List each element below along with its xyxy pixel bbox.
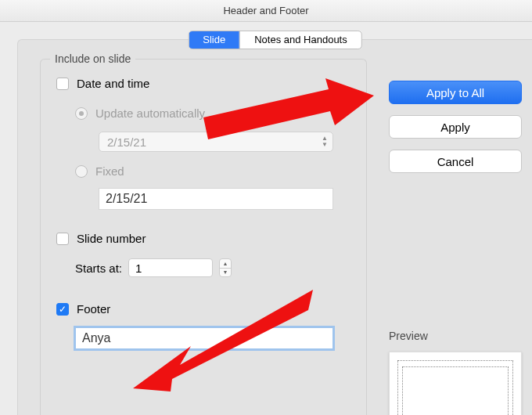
apply-to-all-button[interactable]: Apply to All: [389, 81, 522, 104]
date-format-select[interactable]: 2/15/21 ▲▼: [99, 132, 333, 152]
stepper-up-icon: ▲: [220, 259, 231, 268]
include-on-slide-label: Include on slide: [50, 52, 135, 65]
fixed-radio[interactable]: [75, 165, 88, 178]
right-column: Apply to All Apply Cancel Preview: [389, 81, 522, 415]
chevron-updown-icon: ▲▼: [322, 135, 328, 148]
apply-button[interactable]: Apply: [389, 115, 522, 139]
fixed-label: Fixed: [95, 164, 124, 178]
footer-checkbox[interactable]: [56, 303, 69, 316]
tab-switcher: Slide Notes and Handouts: [188, 31, 361, 49]
fixed-date-input[interactable]: 2/15/21: [99, 188, 333, 210]
include-on-slide-group: Include on slide Date and time Update au…: [40, 59, 367, 415]
dialog-body: Slide Notes and Handouts Include on slid…: [17, 39, 532, 415]
tab-notes-handouts[interactable]: Notes and Handouts: [239, 31, 361, 49]
tab-slide[interactable]: Slide: [189, 31, 239, 49]
starts-at-label: Starts at:: [75, 262, 122, 275]
preview-label: Preview: [389, 330, 522, 342]
preview-thumbnail: [389, 352, 522, 415]
starts-at-stepper[interactable]: ▲ ▼: [219, 258, 232, 277]
starts-at-value: 1: [135, 262, 142, 275]
starts-at-input[interactable]: 1: [128, 258, 213, 277]
footer-text-input[interactable]: Anya: [75, 327, 333, 349]
slide-number-checkbox[interactable]: [56, 233, 69, 245]
update-auto-radio[interactable]: [75, 107, 88, 120]
fixed-date-value: 2/15/21: [106, 192, 147, 206]
slide-number-label: Slide number: [77, 232, 146, 245]
date-time-checkbox[interactable]: [56, 78, 69, 90]
update-auto-label: Update automatically: [95, 106, 205, 120]
cancel-button[interactable]: Cancel: [389, 150, 522, 173]
window-title: Header and Footer: [0, 0, 532, 22]
footer-text-value: Anya: [82, 331, 110, 345]
date-format-value: 2/15/21: [107, 135, 146, 149]
footer-label: Footer: [77, 302, 110, 316]
date-time-label: Date and time: [77, 77, 149, 90]
stepper-down-icon: ▼: [220, 268, 231, 277]
